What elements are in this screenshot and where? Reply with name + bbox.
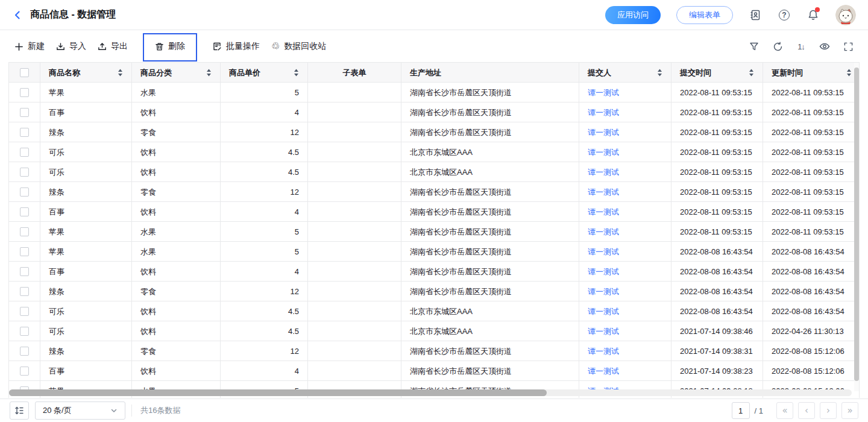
table-cell: 2021-07-14 09:38:46 [671, 321, 763, 341]
select-all-checkbox[interactable] [20, 68, 29, 77]
back-button[interactable] [12, 10, 23, 20]
app-access-button[interactable]: 应用访问 [605, 6, 661, 24]
submitter-link[interactable]: 谭一测试 [579, 321, 671, 341]
table-cell: 湖南省长沙市岳麓区天顶街道 [401, 242, 579, 262]
row-checkbox[interactable] [20, 287, 29, 296]
row-checkbox-cell [9, 341, 40, 361]
submitter-link[interactable]: 谭一测试 [579, 341, 671, 361]
prev-page-button[interactable]: ‹ [798, 402, 815, 419]
row-checkbox[interactable] [20, 168, 29, 177]
column-header-unit-price[interactable]: 商品单价 [221, 63, 308, 83]
table-cell: 2022-08-11 09:53:15 [763, 142, 860, 162]
page-input[interactable]: 1 [732, 402, 750, 419]
sort-icon[interactable]: 1↓ [796, 41, 807, 52]
eye-icon[interactable] [819, 41, 830, 52]
export-icon [98, 42, 107, 51]
table-cell: 湖南省长沙市岳麓区天顶街道 [401, 83, 579, 102]
fullscreen-icon[interactable] [843, 41, 854, 52]
page-size-select[interactable]: 20 条/页 [35, 402, 125, 420]
table-cell: 湖南省长沙市岳麓区天顶街道 [401, 262, 579, 282]
table-cell: 饮料 [132, 142, 221, 162]
table-row: 苹果水果5湖南省长沙市岳麓区天顶街道谭一测试2022-08-08 16:43:5… [9, 242, 859, 262]
row-checkbox[interactable] [20, 128, 29, 137]
submitter-link[interactable]: 谭一测试 [579, 142, 671, 162]
row-checkbox[interactable] [20, 207, 29, 216]
column-header-update-time[interactable]: 更新时间 [763, 63, 860, 83]
row-checkbox-cell [9, 122, 40, 142]
delete-button[interactable]: 删除 [155, 41, 185, 52]
contacts-icon[interactable] [749, 8, 762, 22]
table-row: 可乐饮料4.5北京市东城区AAA谭一测试2022-08-11 09:53:152… [9, 162, 859, 182]
row-checkbox-cell [9, 361, 40, 381]
recycle-bin-button[interactable]: ♲ 数据回收站 [271, 41, 326, 52]
page-total: / 1 [755, 406, 763, 415]
row-checkbox[interactable] [20, 307, 29, 316]
row-checkbox[interactable] [20, 227, 29, 236]
new-button[interactable]: 新建 [14, 41, 45, 52]
edit-form-button[interactable]: 编辑表单 [676, 6, 733, 24]
column-header-product-name[interactable]: 商品名称 [40, 63, 132, 83]
plus-icon [14, 42, 24, 51]
table-cell [308, 142, 401, 162]
submitter-link[interactable]: 谭一测试 [579, 361, 671, 381]
row-checkbox[interactable] [20, 88, 29, 97]
row-checkbox[interactable] [20, 367, 29, 376]
submitter-link[interactable]: 谭一测试 [579, 301, 671, 321]
table-cell: 2022-08-11 09:53:15 [763, 102, 860, 122]
submitter-link[interactable]: 谭一测试 [579, 222, 671, 242]
row-checkbox-cell [9, 162, 40, 182]
table-cell: 2022-08-08 16:43:54 [763, 262, 860, 282]
row-checkbox[interactable] [20, 247, 29, 256]
table-cell: 湖南省长沙市岳麓区天顶街道 [401, 341, 579, 361]
column-header-category[interactable]: 商品分类 [132, 63, 221, 83]
row-checkbox[interactable] [20, 267, 29, 276]
export-button[interactable]: 导出 [98, 41, 128, 52]
row-checkbox-cell [9, 222, 40, 242]
table-cell [308, 102, 401, 122]
table-cell: 12 [221, 341, 308, 361]
first-page-button[interactable]: « [776, 402, 793, 419]
submitter-link[interactable]: 谭一测试 [579, 282, 671, 301]
column-header-submit-time[interactable]: 提交时间 [671, 63, 763, 83]
horizontal-scrollbar[interactable] [9, 389, 547, 396]
submitter-link[interactable]: 谭一测试 [579, 202, 671, 222]
avatar[interactable] [835, 5, 856, 25]
table-cell [308, 242, 401, 262]
vertical-scrollbar[interactable] [854, 68, 859, 381]
table-cell: 北京市东城区AAA [401, 321, 579, 341]
refresh-icon[interactable] [772, 41, 783, 52]
table-row: 辣条零食12湖南省长沙市岳麓区天顶街道谭一测试2021-07-14 09:38:… [9, 341, 859, 361]
row-checkbox[interactable] [20, 347, 29, 356]
submitter-link[interactable]: 谭一测试 [579, 102, 671, 122]
filter-icon[interactable] [749, 41, 760, 52]
batch-operations-button[interactable]: 批量操作 [212, 41, 260, 52]
submitter-link[interactable]: 谭一测试 [579, 162, 671, 182]
row-checkbox-cell [9, 142, 40, 162]
notification-dot [815, 7, 820, 12]
table-cell: 可乐 [40, 321, 132, 341]
submitter-link[interactable]: 谭一测试 [579, 242, 671, 262]
delete-label: 删除 [168, 41, 185, 52]
row-checkbox[interactable] [20, 108, 29, 117]
table-cell: 饮料 [132, 301, 221, 321]
sort-caret-icon [657, 69, 662, 77]
next-page-button[interactable]: › [820, 402, 837, 419]
table-cell: 百事 [40, 361, 132, 381]
submitter-link[interactable]: 谭一测试 [579, 262, 671, 282]
submitter-link[interactable]: 谭一测试 [579, 182, 671, 202]
import-button[interactable]: 导入 [56, 41, 86, 52]
table-cell [308, 182, 401, 202]
row-checkbox[interactable] [20, 148, 29, 157]
help-icon[interactable]: ? [778, 8, 791, 22]
row-checkbox[interactable] [20, 187, 29, 197]
bell-icon[interactable] [807, 8, 820, 22]
submitter-link[interactable]: 谭一测试 [579, 122, 671, 142]
row-density-button[interactable] [10, 402, 29, 420]
row-checkbox[interactable] [20, 327, 29, 336]
column-header-submitter[interactable]: 提交人 [579, 63, 671, 83]
submitter-link[interactable]: 谭一测试 [579, 83, 671, 102]
new-label: 新建 [28, 41, 45, 52]
table-cell [308, 262, 401, 282]
row-checkbox-cell [9, 102, 40, 122]
last-page-button[interactable]: » [841, 402, 858, 419]
